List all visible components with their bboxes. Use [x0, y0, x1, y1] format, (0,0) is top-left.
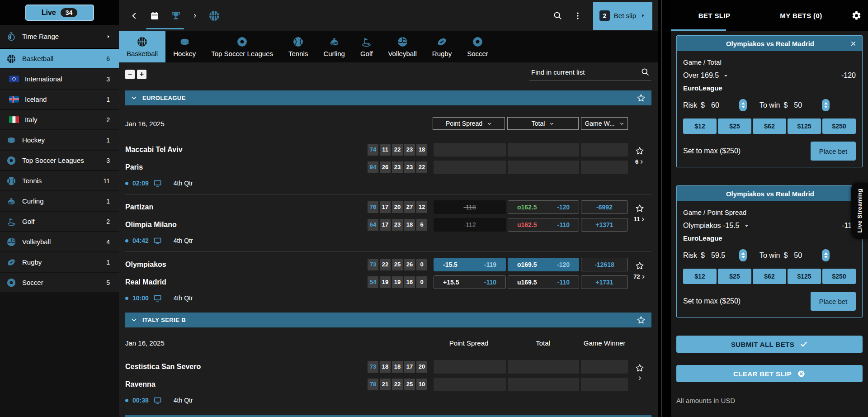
spread-odds-cell[interactable]: -112 [434, 218, 506, 232]
tab-bet-slip[interactable]: BET SLIP [671, 0, 758, 31]
tab-tennis[interactable]: Tennis [281, 31, 316, 62]
spread-odds-cell[interactable]: -118 [434, 200, 506, 214]
quick-amount-button[interactable]: $62 [753, 269, 786, 284]
place-bet-button[interactable]: Place bet [811, 142, 856, 161]
set-to-max-link[interactable]: Set to max ($250) [683, 297, 741, 305]
collapse-all-button[interactable]: − [125, 70, 135, 79]
winner-odds-cell[interactable] [581, 161, 628, 174]
winner-odds-cell[interactable] [581, 360, 628, 374]
header-search-icon[interactable] [553, 11, 562, 20]
back-icon[interactable] [130, 11, 139, 20]
bet-selection-dropdown[interactable]: Over 169.5 [683, 71, 729, 80]
tab-my-bets[interactable]: MY BETS (0) [758, 0, 844, 31]
betslip-toggle-button[interactable]: 2 Bet slip [593, 2, 652, 30]
sidebar-item-italy[interactable]: Italy 2 [0, 110, 119, 129]
winner-odds-cell[interactable]: +1371 [581, 218, 628, 232]
set-to-max-link[interactable]: Set to max ($250) [683, 147, 741, 155]
total-odds-cell[interactable] [508, 378, 579, 391]
favorite-star-icon[interactable] [635, 204, 645, 213]
favorite-star-icon[interactable] [636, 315, 646, 325]
section-header-serie-a2[interactable]: ITALY SERIE A2 [125, 415, 651, 417]
favorite-star-icon[interactable] [636, 93, 646, 103]
market-select-total[interactable]: Total [507, 117, 579, 130]
favorite-star-icon[interactable] [635, 261, 645, 271]
quick-amount-button[interactable]: $62 [753, 118, 786, 134]
sidebar-item-golf[interactable]: Golf 2 [0, 212, 119, 231]
sidebar-item-basketball[interactable]: Basketball 6 [0, 49, 119, 68]
live-button[interactable]: Live 34 [25, 5, 94, 21]
spread-odds-cell[interactable]: +15.5-110 [434, 275, 506, 289]
total-odds-cell[interactable] [508, 161, 579, 174]
tab-rugby[interactable]: Rugby [425, 31, 459, 62]
total-odds-cell[interactable] [508, 143, 579, 156]
sidebar-item-iceland[interactable]: Iceland 1 [0, 90, 119, 109]
risk-input[interactable] [711, 251, 739, 260]
tab-volleyball[interactable]: Volleyball [380, 31, 424, 62]
tab-curling[interactable]: Curling [316, 31, 353, 62]
submit-all-bets-button[interactable]: SUBMIT ALL BETS [676, 336, 863, 353]
quick-amount-button[interactable]: $25 [718, 269, 751, 284]
sidebar-item-hockey[interactable]: Hockey 1 [0, 130, 119, 150]
sidebar-item-curling[interactable]: Curling 1 [0, 191, 119, 211]
tab-golf[interactable]: Golf [353, 31, 381, 62]
find-in-list[interactable]: Find in current list [529, 67, 651, 81]
close-icon[interactable] [850, 40, 857, 47]
to-win-input[interactable] [794, 101, 822, 109]
live-stream-monitor-icon[interactable] [153, 237, 162, 245]
spread-odds-cell[interactable] [434, 143, 506, 156]
total-odds-cell[interactable]: o162.5-120 [508, 200, 579, 214]
market-select-spread[interactable]: Point Spread [433, 117, 505, 130]
section-header-serie-b[interactable]: ITALY SERIE B [125, 313, 651, 327]
live-stream-monitor-icon[interactable] [153, 396, 162, 405]
quick-amount-button[interactable]: $250 [822, 118, 856, 134]
sidebar-item-top-soccer-leagues[interactable]: Top Soccer Leagues 3 [0, 151, 119, 170]
spread-odds-cell[interactable] [434, 161, 506, 174]
winner-odds-cell[interactable]: +1731 [581, 275, 628, 289]
winner-odds-cell[interactable]: -6992 [581, 200, 628, 214]
to-win-input[interactable] [794, 251, 822, 260]
quick-amount-button[interactable]: $250 [822, 269, 856, 284]
kebab-menu-icon[interactable] [573, 11, 582, 20]
section-header-euroleague[interactable]: EUROLEAGUE [125, 90, 651, 105]
quick-amount-button[interactable]: $12 [683, 118, 717, 134]
quick-amount-button[interactable]: $25 [718, 118, 751, 134]
tab-soccer[interactable]: Soccer [459, 31, 496, 62]
total-odds-cell[interactable] [508, 360, 579, 374]
more-markets-link[interactable] [637, 375, 642, 381]
spread-odds-cell[interactable] [434, 360, 506, 374]
live-stream-monitor-icon[interactable] [153, 294, 162, 303]
sidebar-item-tennis[interactable]: Tennis 11 [0, 171, 119, 190]
total-odds-cell[interactable]: u162.5-110 [508, 218, 579, 232]
place-bet-button[interactable]: Place bet [811, 292, 856, 311]
risk-stepper[interactable] [739, 99, 747, 111]
tab-top-soccer-leagues[interactable]: Top Soccer Leagues [203, 31, 281, 62]
quick-amount-button[interactable]: $125 [788, 118, 821, 134]
more-markets-link[interactable]: 6 [635, 158, 644, 165]
live-streaming-tab[interactable]: Live Streaming [851, 183, 868, 239]
calendar-icon[interactable] [150, 11, 160, 21]
settings-gear-button[interactable] [844, 0, 868, 31]
quick-amount-button[interactable]: $12 [683, 269, 717, 284]
time-range-row[interactable]: Time Range [0, 25, 119, 49]
total-odds-cell-selected[interactable]: o169.5-120 [508, 258, 579, 271]
trophy-icon[interactable] [170, 10, 181, 21]
total-odds-cell[interactable]: u169.5-110 [508, 275, 579, 289]
market-select-winner[interactable]: Game W... [581, 117, 628, 130]
quick-amount-button[interactable]: $125 [788, 269, 821, 284]
favorite-star-icon[interactable] [635, 363, 645, 373]
to-win-stepper[interactable] [822, 249, 830, 261]
winner-odds-cell[interactable] [581, 143, 628, 156]
more-markets-link[interactable]: 72 [633, 273, 646, 280]
tab-hockey[interactable]: Hockey [165, 31, 203, 62]
breadcrumb-basketball-icon[interactable] [208, 10, 220, 22]
sidebar-item-soccer[interactable]: Soccer 5 [0, 273, 119, 292]
to-win-stepper[interactable] [822, 99, 830, 111]
favorite-star-icon[interactable] [635, 146, 645, 156]
sidebar-item-international[interactable]: International 3 [0, 69, 119, 89]
spread-odds-cell-selected[interactable]: -15.5-119 [434, 258, 506, 271]
risk-input[interactable] [711, 101, 739, 109]
clear-bet-slip-button[interactable]: CLEAR BET SLIP [676, 365, 863, 382]
sidebar-item-rugby[interactable]: Rugby 1 [0, 252, 119, 272]
tab-basketball[interactable]: Basketball [119, 31, 165, 62]
winner-odds-cell[interactable] [581, 378, 628, 391]
